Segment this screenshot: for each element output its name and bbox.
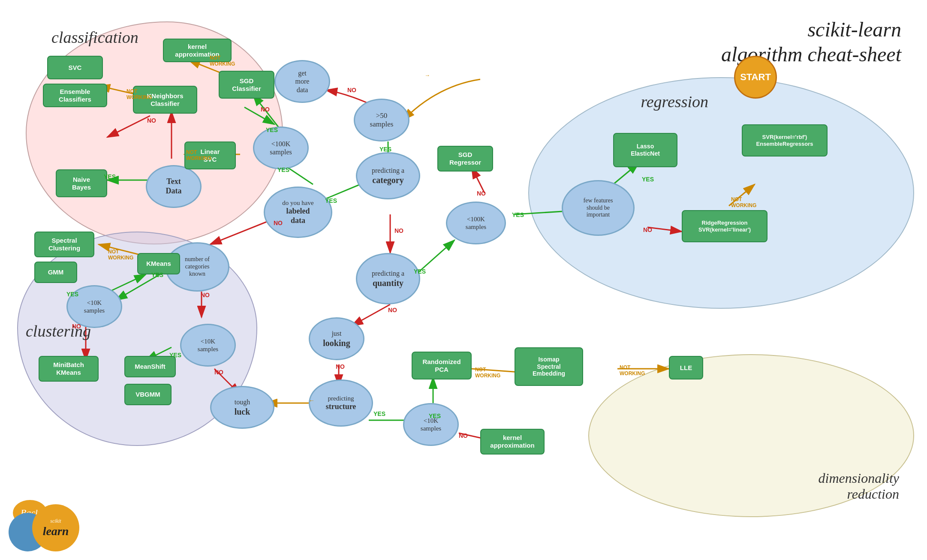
- text-data-node[interactable]: Text Data: [146, 165, 202, 208]
- ensemble-classifiers-node[interactable]: Ensemble Classifiers: [43, 84, 107, 107]
- yes-label-6: YES: [414, 268, 426, 275]
- yes-label-5: YES: [104, 173, 116, 180]
- yes-label-13: YES: [169, 352, 181, 358]
- not-working-label-3: NOTWORKING: [210, 55, 235, 67]
- no-label-5: NO: [147, 117, 156, 124]
- scikit-text: scikit: [50, 518, 61, 524]
- predicting-quantity-node[interactable]: predicting aquantity: [356, 253, 420, 304]
- naive-bayes-node[interactable]: Naive Bayes: [56, 169, 107, 197]
- svr-rbf-node[interactable]: SVR(kernel='rbf')EnsembleRegressors: [742, 124, 828, 157]
- spectral-clustering-node[interactable]: Spectral Clustering: [34, 232, 94, 257]
- lle-node[interactable]: LLE: [669, 356, 703, 379]
- yes-label-12: YES: [151, 271, 163, 278]
- tough-luck-node[interactable]: toughluck: [210, 386, 274, 429]
- yes-label-3: YES: [277, 166, 289, 173]
- vbgmm-node[interactable]: VBGMM: [124, 384, 172, 405]
- few-features-node[interactable]: few featuresshould beimportant: [562, 180, 635, 236]
- no-label-8: ←: [309, 397, 315, 404]
- less10k-dim-node[interactable]: <10Ksamples: [403, 403, 459, 446]
- start-node[interactable]: START: [734, 56, 777, 99]
- less10k-cat2-node[interactable]: <10Ksamples: [180, 324, 236, 367]
- yes-label-7: YES: [373, 410, 385, 417]
- no-label-9: NO: [459, 432, 468, 439]
- sgd-regressor-node[interactable]: SGD Regressor: [437, 146, 493, 172]
- no-label-3: NO: [274, 220, 283, 226]
- no-label-1: NO: [347, 87, 356, 93]
- not-working-label-1: NOTWORKING: [186, 149, 211, 161]
- yes-label-4: YES: [266, 126, 278, 133]
- no-label-7: NO: [336, 363, 345, 370]
- main-container: scikit-learn algorithm cheat-sheet START…: [0, 0, 927, 560]
- start-arrow-label: →: [424, 72, 430, 78]
- get-more-data-node[interactable]: get more data: [274, 60, 330, 103]
- no-label-6: NO: [388, 307, 397, 313]
- dimensionality-label: dimensionalityreduction: [819, 470, 899, 502]
- no-label-13: NO: [201, 292, 210, 298]
- not-working-label-5: NOTWORKING: [620, 364, 645, 376]
- labeled-data-node[interactable]: do you havelabeleddata: [264, 187, 332, 238]
- no-label-12: NO: [72, 323, 81, 330]
- no-label-2: NO: [394, 227, 403, 234]
- just-looking-node[interactable]: justlooking: [309, 317, 364, 360]
- not-working-label-6: NOTWORKING: [731, 196, 756, 208]
- randomized-pca-node[interactable]: Randomized PCA: [412, 352, 472, 379]
- regression-label: regression: [641, 92, 708, 111]
- sklearn-orange-circle: scikit learn: [32, 504, 79, 551]
- yes-label-2: YES: [325, 197, 337, 204]
- classification-region: [26, 21, 283, 244]
- learn-text: learn: [43, 524, 69, 538]
- ridge-regression-node[interactable]: RidgeRegressionSVR(kernel='linear'): [682, 210, 767, 242]
- svc-node[interactable]: SVC: [47, 56, 103, 79]
- less100k-class-node[interactable]: <100Ksamples: [253, 126, 309, 169]
- not-working-label-7: NOTWORKING: [108, 249, 133, 261]
- yes-label-1: YES: [379, 146, 391, 153]
- predicting-structure-node[interactable]: predictingstructure: [309, 379, 373, 427]
- meanshift-node[interactable]: MeanShift: [124, 356, 176, 377]
- classification-label: classification: [51, 28, 138, 47]
- not-working-label-4: NOTWORKING: [475, 367, 500, 379]
- less100k-reg-node[interactable]: <100Ksamples: [446, 202, 506, 244]
- isomap-node[interactable]: IsomapSpectralEmbedding: [515, 347, 583, 386]
- sklearn-logo: scikit learn: [9, 504, 86, 551]
- sgd-classifier-node[interactable]: SGD Classifier: [219, 71, 274, 99]
- predicting-category-node[interactable]: predicting acategory: [356, 152, 420, 199]
- yes-label-11: YES: [66, 291, 78, 298]
- no-label-10: NO: [477, 190, 486, 197]
- no-label-14: NO: [214, 369, 223, 376]
- no-label-11: NO: [643, 226, 652, 233]
- minibatch-kmeans-node[interactable]: MiniBatch KMeans: [39, 356, 99, 382]
- kernel-approx-dim-node[interactable]: kernel approximation: [480, 429, 545, 455]
- yes-label-10: YES: [642, 176, 654, 183]
- yes-label-8: YES: [429, 412, 441, 419]
- over50-node[interactable]: >50 samples: [354, 99, 409, 142]
- no-label-4: NO: [261, 106, 270, 113]
- not-working-label-2: NOTWORKING: [126, 88, 152, 100]
- gmm-node[interactable]: GMM: [34, 262, 77, 283]
- lasso-elasticnet-node[interactable]: LassoElasticNet: [613, 133, 677, 167]
- yes-label-9: YES: [512, 211, 524, 218]
